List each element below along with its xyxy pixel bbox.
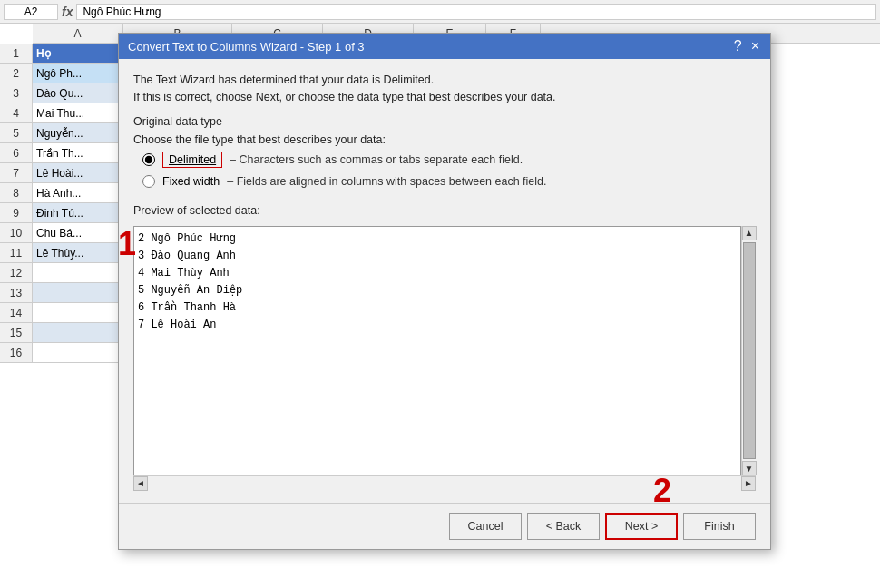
preview-scrollbar: ▲ ▼	[741, 226, 756, 476]
section-label: Original data type Choose the file type …	[133, 115, 756, 188]
row-header-4: 4	[0, 103, 33, 123]
preview-content: 2 Ngô Phúc Hưng3 Đào Quang Anh4 Mai Thùy…	[138, 230, 737, 335]
delimited-description: – Characters such as commas or tabs sepa…	[230, 153, 523, 166]
scroll-up-arrow[interactable]: ▲	[742, 226, 757, 240]
finish-button[interactable]: Finish	[683, 513, 756, 540]
grid-cell[interactable]	[33, 343, 123, 363]
convert-dialog: Convert Text to Columns Wizard - Step 1 …	[118, 33, 771, 550]
cancel-button[interactable]: Cancel	[449, 513, 522, 540]
row-header-15: 15	[0, 323, 33, 343]
row-header-12: 12	[0, 263, 33, 283]
list-item: 7 Lê Hoài An	[138, 317, 737, 334]
list-item: 6 Trần Thanh Hà	[138, 299, 737, 317]
original-data-type-label: Original data type	[133, 115, 756, 128]
formula-icon: fx	[62, 5, 73, 19]
row-header-9: 9	[0, 203, 33, 223]
row-header-10: 10	[0, 223, 33, 243]
dialog-titlebar: Convert Text to Columns Wizard - Step 1 …	[119, 34, 770, 59]
grid-cell[interactable]	[33, 283, 123, 303]
row-header-8: 8	[0, 183, 33, 203]
cell-reference-box[interactable]: A2	[4, 4, 58, 20]
preview-label: Preview of selected data:	[133, 204, 756, 217]
preview-box: 2 Ngô Phúc Hưng3 Đào Quang Anh4 Mai Thùy…	[133, 226, 741, 476]
list-item: 3 Đào Quang Anh	[138, 248, 737, 265]
dialog-footer: Cancel < Back Next > Finish	[119, 503, 770, 549]
grid-cell[interactable]	[33, 323, 123, 343]
fixed-width-description: – Fields are aligned in columns with spa…	[227, 175, 546, 188]
grid-cell[interactable]: Đinh Tú...	[33, 203, 123, 223]
dialog-description: The Text Wizard has determined that your…	[133, 72, 756, 106]
row-header-5: 5	[0, 123, 33, 143]
grid-cell[interactable]: Đào Qu...	[33, 83, 123, 103]
back-button[interactable]: < Back	[527, 513, 600, 540]
radio-delimited[interactable]	[142, 153, 155, 166]
row-header-3: 3	[0, 83, 33, 103]
dialog-title: Convert Text to Columns Wizard - Step 1 …	[128, 40, 732, 54]
step-2-annotation: 2	[653, 472, 671, 510]
dialog-title-buttons: ? ×	[732, 39, 761, 54]
list-item: 4 Mai Thùy Anh	[138, 265, 737, 282]
list-item: 2 Ngô Phúc Hưng	[138, 230, 737, 248]
row-header-1: 1	[0, 44, 33, 64]
grid-cell[interactable]: Họ	[33, 44, 123, 64]
grid-cell[interactable]: Ngô Ph...	[33, 64, 123, 83]
delimited-label: Delimited	[162, 152, 222, 168]
radio-option-delimited: Delimited – Characters such as commas or…	[142, 152, 756, 168]
hscroll-right-arrow[interactable]: ►	[741, 476, 756, 491]
radio-option-fixed-width: Fixed width – Fields are aligned in colu…	[142, 175, 756, 188]
grid-cell[interactable]	[33, 303, 123, 323]
step-1-annotation: 1	[118, 225, 136, 263]
list-item: 5 Nguyễn An Diệp	[138, 282, 737, 299]
grid-cell[interactable]: Hà Anh...	[33, 183, 123, 203]
choose-file-type-label: Choose the file type that best describes…	[133, 133, 756, 146]
description-line1: The Text Wizard has determined that your…	[133, 72, 756, 89]
row-headers: 12345678910111213141516	[0, 44, 33, 363]
grid-cell[interactable]: Nguyễn...	[33, 123, 123, 143]
grid-cell[interactable]	[33, 263, 123, 283]
next-button[interactable]: Next >	[605, 513, 678, 540]
row-header-2: 2	[0, 64, 33, 83]
hscroll-track	[148, 476, 741, 490]
grid-cell[interactable]: Chu Bá...	[33, 223, 123, 243]
grid-cell[interactable]: Lê Hoài...	[33, 163, 123, 183]
radio-fixed-width[interactable]	[142, 175, 155, 188]
hscroll-left-arrow[interactable]: ◄	[133, 476, 148, 491]
scroll-thumb	[743, 242, 756, 460]
radio-group: Delimited – Characters such as commas or…	[133, 152, 756, 188]
scroll-down-arrow[interactable]: ▼	[742, 461, 757, 475]
description-line2: If this is correct, choose Next, or choo…	[133, 89, 756, 106]
col-header-a: A	[33, 24, 123, 43]
dialog-help-button[interactable]: ?	[732, 39, 744, 54]
grid-cell[interactable]: Lê Thùy...	[33, 243, 123, 263]
dialog-body: The Text Wizard has determined that your…	[119, 59, 770, 503]
dialog-close-button[interactable]: ×	[749, 39, 761, 54]
formula-bar: A2 fx Ngô Phúc Hưng	[0, 0, 880, 24]
row-header-7: 7	[0, 163, 33, 183]
row-header-13: 13	[0, 283, 33, 303]
row-header-16: 16	[0, 343, 33, 363]
grid-cell[interactable]: Mai Thu...	[33, 103, 123, 123]
row-header-11: 11	[0, 243, 33, 263]
grid-cell[interactable]: Trần Th...	[33, 143, 123, 163]
row-header-6: 6	[0, 143, 33, 163]
row-header-14: 14	[0, 303, 33, 323]
formula-value[interactable]: Ngô Phúc Hưng	[76, 4, 876, 20]
fixed-width-label: Fixed width	[162, 175, 220, 188]
